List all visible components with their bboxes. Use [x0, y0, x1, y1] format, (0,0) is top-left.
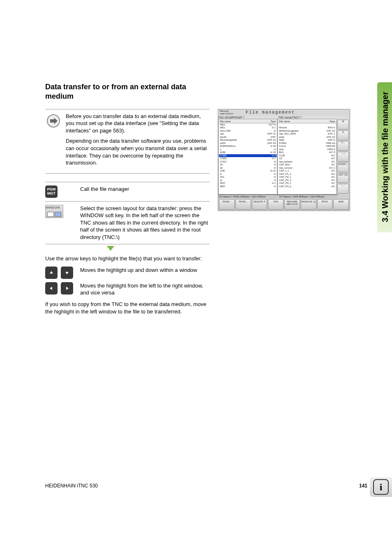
softkey: PAGE ↑	[219, 199, 235, 210]
file-row: 1EH	[219, 167, 277, 170]
file-row: CAP_P3_2HC	[278, 185, 336, 188]
file-row: 17000H 2	[219, 154, 277, 158]
file-row: 1sH	[219, 179, 277, 182]
page-footer: HEIDENHAIN iTNC 530 141	[45, 483, 367, 489]
file-row: cap_dmc_2005DXF 1	[278, 132, 336, 136]
file-row: deu01DXF	[219, 136, 277, 139]
softkey: RENAME ABC=XYZ	[284, 199, 300, 210]
file-row: 17011H	[219, 160, 277, 164]
window-softkey-icon: WINDOW	[45, 205, 63, 218]
col-header: File name	[220, 120, 231, 123]
side-button: M	[337, 120, 349, 130]
note-arrow-icon	[45, 113, 62, 129]
step-row: WINDOW Select the screen layout for data…	[45, 201, 210, 245]
note-box: Before you can transfer data to an exter…	[45, 109, 210, 174]
scr-title: File management	[246, 110, 295, 115]
key-desc: Moves the highlight up and down within a…	[80, 267, 210, 274]
arrow-left-key-icon	[45, 282, 58, 295]
file-row: 18H	[219, 163, 277, 167]
side-button: OFF ON	[337, 173, 349, 183]
note-p1: Before you can transfer data to an exter…	[66, 113, 210, 134]
side-button: S	[337, 130, 349, 140]
side-button: S100% ↕	[337, 162, 349, 172]
file-row: WalsDXF 5	[278, 139, 336, 142]
file-row: w301DXF 23	[219, 142, 277, 145]
file-row: NULLTABD	[219, 130, 277, 133]
side-button: ↕ −	[337, 184, 349, 194]
page-number: 141	[359, 483, 367, 489]
body-paragraph: If you wish to copy from the TNC to the …	[45, 301, 210, 315]
file-row: C125HC	[278, 154, 336, 158]
scr-side-buttons: MST↔↕ +S100% ↕OFF ON↕ −	[337, 119, 350, 195]
file-row: plateDXF 22	[278, 136, 336, 139]
file-row: 002050420msH 46	[219, 145, 277, 148]
file-row: NEUD 1	[219, 126, 277, 130]
col-header: Type	[270, 120, 276, 123]
softkey: DELETE ✕	[252, 199, 267, 210]
file-row: cap_contourHC 1	[278, 167, 336, 170]
file-row: ..	[278, 123, 336, 127]
step-row: PGM MGT Call the file manager	[45, 182, 210, 201]
continue-arrow-icon	[107, 246, 114, 251]
softkey: END	[333, 199, 349, 210]
scr-status-left: 24 Objects / 44231.6KBytes / 162.4GBytes	[218, 195, 278, 198]
info-badge: i	[370, 477, 392, 497]
file-row: CAP_P2_2HC	[278, 179, 336, 182]
scr-right-pane: File nameType .. Modul1BAS 5@Werkzeugpla…	[277, 119, 337, 195]
col-header: File name	[279, 120, 290, 123]
page-heading: Data transfer to or from an external dat…	[45, 82, 210, 102]
col-header: Type	[330, 120, 335, 123]
file-manager-screenshot: Manual operation File management TNC:\DU…	[218, 109, 350, 211]
file-row: 1H	[219, 148, 277, 151]
scr-softkey-bar: PAGE ↑PAGE ↓DELETE ✕TAGRENAME ABC=XYZWIN…	[218, 198, 350, 211]
side-button: T↔	[337, 141, 349, 151]
file-row: 3507H 1	[219, 182, 277, 185]
side-button: ↕ +	[337, 152, 349, 162]
scr-status-right: 70 Objects / 1945.8KBytes / 162.4GBytes	[278, 195, 338, 198]
file-row: FORMFRM 16	[278, 142, 336, 145]
softkey: WINDOW ▯▯	[301, 199, 316, 210]
file-row: WerkzeugplatteDXF 22	[219, 139, 277, 142]
arrow-down-key-icon	[61, 267, 73, 279]
scr-left-path: TNC:\DUMPPGM\*.*	[218, 116, 278, 119]
file-row: capDXF 21	[219, 132, 277, 136]
softkey: TAG	[268, 199, 284, 210]
arrow-up-key-icon	[45, 267, 58, 279]
file-row: cap-pocketsHC	[278, 160, 336, 164]
file-row: 1639H 10	[219, 151, 277, 154]
softkey: PAGE ↓	[235, 199, 251, 210]
file-row: 17002H 7	[219, 157, 277, 160]
file-row: Form1FRM 86	[278, 145, 336, 148]
scr-right-path: TNC:\smarTNC\*.*	[278, 116, 338, 119]
file-row: 1GBH 21	[219, 169, 277, 173]
scr-mode: Manual operation	[220, 110, 242, 115]
scr-left-pane: File nameType NEUCDT 6NEUD 1NULLTABD cap…	[218, 119, 277, 195]
key-row: Moves the highlight up and down within a…	[45, 267, 210, 279]
info-icon: i	[373, 479, 389, 495]
file-row: NEUCDT 6	[219, 123, 277, 127]
file-row: startFRM 0	[278, 148, 336, 151]
step-text: Call the file manager	[80, 186, 210, 198]
file-row: BH1HC 5	[278, 151, 336, 154]
file-row: C2HC	[278, 157, 336, 160]
softkey: PATH	[317, 199, 333, 210]
file-row: @WerkzeugplatteDXF 22	[278, 130, 336, 133]
file-row: 3807H	[219, 185, 277, 188]
body-paragraph: Use the arrow keys to highlight the file…	[45, 255, 210, 262]
file-row: CAP_BLKHC	[278, 163, 336, 167]
note-p2: Depending on the data transfer software …	[66, 137, 210, 166]
product-name: HEIDENHAIN iTNC 530	[45, 483, 98, 489]
file-row: CAP_P2_1HC	[278, 176, 336, 179]
pgm-mgt-key-icon: PGM MGT	[45, 186, 58, 198]
key-row: Moves the highlight from the left to the…	[45, 282, 210, 297]
key-desc: Moves the highlight from the left to the…	[80, 282, 210, 297]
file-row: CAP_P1_1HC	[278, 173, 336, 176]
arrow-right-key-icon	[61, 282, 73, 295]
file-row: 1iH	[219, 173, 277, 176]
file-row: CAP_I_1HC	[278, 169, 336, 173]
file-row: 1NLH	[219, 176, 277, 179]
file-row: CAP_P3_1HC	[278, 182, 336, 185]
step-text: Select the screen layout for data transf…	[80, 205, 210, 241]
file-row: Modul1BAS 5	[278, 126, 336, 130]
scr-titlebar: Manual operation File management	[218, 109, 350, 116]
